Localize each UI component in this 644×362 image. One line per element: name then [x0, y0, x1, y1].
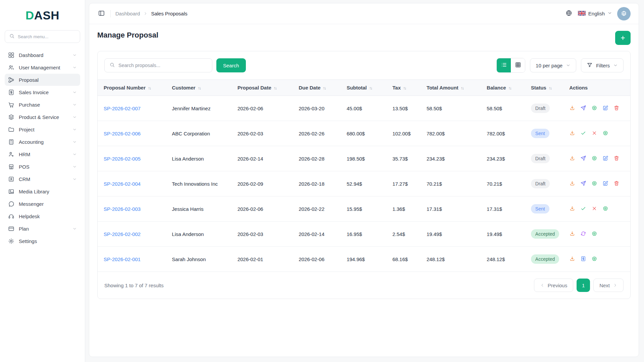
edit-button[interactable]: [602, 180, 608, 187]
view-button[interactable]: [591, 180, 597, 187]
proposal-date-cell: 2026-02-09: [233, 171, 295, 196]
view-button[interactable]: [602, 205, 608, 213]
proposal-number-link[interactable]: SP-2026-02-005: [104, 156, 141, 162]
sort-icon[interactable]: ↑↓: [148, 86, 151, 90]
sort-icon[interactable]: ↑↓: [403, 86, 406, 90]
edit-button[interactable]: [602, 105, 608, 112]
reject-button[interactable]: [591, 130, 597, 137]
sidebar-item-label: Project: [19, 127, 68, 132]
column-header-balance[interactable]: Balance↑↓: [483, 80, 527, 96]
subtotal-cell: 52.94$: [342, 171, 388, 196]
customer-cell: ABC Corporation: [168, 121, 233, 146]
column-header-proposal-number[interactable]: Proposal Number↑↓: [98, 80, 168, 96]
accept-button[interactable]: [580, 130, 586, 137]
download-button[interactable]: [569, 180, 575, 187]
view-button[interactable]: [591, 155, 597, 162]
download-button[interactable]: [569, 231, 575, 238]
sidebar-item-media-library[interactable]: Media Library: [5, 185, 80, 197]
delete-button[interactable]: [613, 155, 620, 162]
sort-icon[interactable]: ↑↓: [198, 86, 201, 90]
avatar[interactable]: [617, 7, 631, 20]
chevron-down-icon: [72, 152, 77, 157]
sidebar-item-label: Media Library: [19, 189, 77, 194]
edit-button[interactable]: [602, 155, 608, 162]
sidebar-item-helpdesk[interactable]: Helpdesk: [5, 210, 80, 222]
search-button[interactable]: Search: [216, 58, 246, 72]
view-button[interactable]: [591, 231, 597, 238]
proposal-number-link[interactable]: SP-2026-02-007: [104, 106, 141, 111]
sidebar-search-input[interactable]: [18, 34, 76, 39]
row-actions: [569, 180, 626, 187]
column-header-customer[interactable]: Customer↑↓: [168, 80, 233, 96]
sidebar-item-sales-invoice[interactable]: Sales Invoice: [5, 86, 80, 98]
sort-icon[interactable]: ↑↓: [274, 86, 276, 90]
previous-page-button[interactable]: Previous: [534, 279, 573, 292]
download-button[interactable]: [569, 130, 575, 137]
delete-button[interactable]: [613, 180, 620, 187]
sidebar-item-dashboard[interactable]: Dashboard: [5, 49, 80, 61]
sidebar-item-settings[interactable]: Settings: [5, 235, 80, 247]
accept-button[interactable]: [580, 205, 586, 213]
sort-icon[interactable]: ↑↓: [549, 86, 551, 90]
column-header-due-date[interactable]: Due Date↑↓: [295, 80, 343, 96]
send-button[interactable]: [580, 180, 586, 187]
view-button[interactable]: [602, 130, 608, 137]
column-header-subtotal[interactable]: Subtotal↑↓: [342, 80, 388, 96]
add-proposal-button[interactable]: +: [615, 31, 631, 45]
sort-icon[interactable]: ↑↓: [323, 86, 326, 90]
globe-button[interactable]: [565, 9, 573, 18]
next-page-button[interactable]: Next: [593, 279, 624, 292]
status-badge: Sent: [531, 204, 549, 214]
sidebar-item-pos[interactable]: POS: [5, 161, 80, 173]
proposal-number-link[interactable]: SP-2026-02-004: [104, 181, 141, 187]
proposal-number-link[interactable]: SP-2026-02-001: [104, 256, 141, 262]
download-button[interactable]: [569, 105, 575, 112]
sidebar-toggle-button[interactable]: [97, 9, 106, 18]
sidebar-item-user-management[interactable]: User Management: [5, 61, 80, 73]
sidebar-item-crm[interactable]: CRM: [5, 173, 80, 185]
sidebar-item-plan[interactable]: Plan: [5, 223, 80, 235]
proposal-number-link[interactable]: SP-2026-02-002: [104, 231, 141, 237]
per-page-select[interactable]: 10 per page: [530, 58, 576, 72]
chevron-down-icon: [566, 63, 571, 68]
column-header-status[interactable]: Status↑↓: [527, 80, 565, 96]
sidebar-item-product-service[interactable]: Product & Service: [5, 111, 80, 123]
download-button[interactable]: [569, 256, 575, 263]
sidebar-item-project[interactable]: Project: [5, 123, 80, 135]
download-button[interactable]: [569, 155, 575, 162]
customer-cell: Jessica Harris: [168, 196, 233, 222]
invoice-button[interactable]: [580, 256, 586, 263]
column-header-total-amount[interactable]: Total Amount↑↓: [423, 80, 483, 96]
view-button[interactable]: [591, 105, 597, 112]
reject-button[interactable]: [591, 205, 597, 213]
row-actions: [569, 105, 626, 112]
sort-icon[interactable]: ↑↓: [369, 86, 372, 90]
page-1-button[interactable]: 1: [577, 279, 590, 292]
sidebar-item-messenger[interactable]: Messenger: [5, 198, 80, 210]
proposal-number-link[interactable]: SP-2026-02-006: [104, 131, 141, 136]
content-card: Dashboard Sales Proposals English: [89, 3, 639, 357]
proposal-search-input[interactable]: [118, 63, 207, 68]
send-button[interactable]: [580, 155, 586, 162]
sort-icon[interactable]: ↑↓: [508, 86, 511, 90]
language-select[interactable]: English: [578, 11, 612, 17]
view-button[interactable]: [591, 256, 597, 263]
breadcrumb-home-link[interactable]: Dashboard: [115, 11, 140, 16]
filters-button[interactable]: Filters: [581, 58, 624, 72]
sidebar-item-accounting[interactable]: Accounting: [5, 136, 80, 148]
send-button[interactable]: [580, 105, 586, 112]
sidebar-item-hrm[interactable]: HRM: [5, 148, 80, 160]
sort-icon[interactable]: ↑↓: [461, 86, 464, 90]
column-header-tax[interactable]: Tax↑↓: [388, 80, 423, 96]
column-label: Subtotal: [346, 85, 367, 90]
sidebar-item-purchase[interactable]: Purchase: [5, 99, 80, 111]
proposal-number-link[interactable]: SP-2026-02-003: [104, 206, 141, 212]
column-header-proposal-date[interactable]: Proposal Date↑↓: [233, 80, 295, 96]
eye-icon: [591, 105, 597, 112]
grid-view-button[interactable]: [511, 58, 525, 72]
convert-button[interactable]: [580, 231, 586, 238]
delete-button[interactable]: [613, 105, 620, 112]
sidebar-item-proposal[interactable]: Proposal: [5, 74, 80, 86]
download-button[interactable]: [569, 205, 575, 213]
list-view-button[interactable]: [497, 58, 511, 72]
